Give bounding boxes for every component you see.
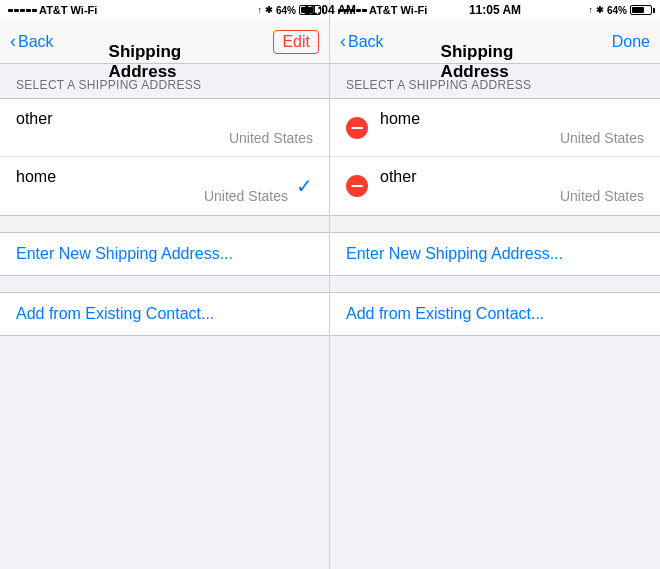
carrier-info-1: AT&T Wi-Fi	[8, 4, 97, 16]
address-content-other: other ​ United States	[16, 110, 313, 146]
back-label-1: Back	[18, 33, 54, 51]
address-country-other-2: United States	[560, 188, 644, 204]
nav-title-1: Shipping Address	[109, 42, 219, 82]
address-row-home: ​ United States	[16, 188, 288, 204]
status-bar-2: AT&T Wi-Fi 11:05 AM ↑ ✱ 64%	[330, 0, 660, 20]
done-button-2[interactable]: Done	[612, 33, 650, 51]
add-contact-link-2[interactable]: Add from Existing Contact...	[330, 292, 660, 336]
battery-fill-2	[632, 7, 644, 13]
battery-icon-2	[630, 5, 652, 15]
nav-bar-2: ‹ Back Shipping Address Done	[330, 20, 660, 64]
carrier-label-2: AT&T Wi-Fi	[369, 4, 427, 16]
address-row-home-2: ​ United States	[380, 130, 644, 146]
address-item-home[interactable]: home ​ United States ✓	[0, 157, 329, 215]
carrier-label-1: AT&T Wi-Fi	[39, 4, 97, 16]
battery-area-1: ↑ ✱ 64%	[257, 5, 321, 16]
address-row-other-2: ​ United States	[380, 188, 644, 204]
enter-new-link-2[interactable]: Enter New Shipping Address...	[330, 232, 660, 276]
bluetooth-icon-2: ✱	[596, 5, 604, 15]
address-name-other: other	[16, 110, 313, 128]
address-list-1: other ​ United States home ​ United Stat…	[0, 98, 329, 216]
time-label-2: 11:05 AM	[469, 3, 521, 17]
nav-title-2: Shipping Address	[441, 42, 555, 82]
checkmark-icon-home: ✓	[296, 174, 313, 198]
address-row-other: ​ United States	[16, 130, 313, 146]
address-country-other: United States	[229, 130, 313, 146]
status-bar-1: AT&T Wi-Fi 11:04 AM ↑ ✱ 64%	[0, 0, 329, 20]
enter-new-link-1[interactable]: Enter New Shipping Address...	[0, 232, 329, 276]
address-name-home-2: home	[380, 110, 644, 128]
nav-bar-1: ‹ Back Shipping Address Edit	[0, 20, 329, 64]
add-contact-link-1[interactable]: Add from Existing Contact...	[0, 292, 329, 336]
back-button-2[interactable]: ‹ Back	[340, 31, 384, 52]
address-name-other-2: other	[380, 168, 644, 186]
battery-fill-1	[301, 7, 313, 13]
battery-label-2: 64%	[607, 5, 627, 16]
battery-area-2: ↑ ✱ 64%	[588, 5, 652, 16]
back-button-1[interactable]: ‹ Back	[10, 31, 54, 52]
panel-1: AT&T Wi-Fi 11:04 AM ↑ ✱ 64% ‹ Back Shipp…	[0, 0, 330, 569]
address-name-home: home	[16, 168, 288, 186]
bluetooth-icon-1: ✱	[265, 5, 273, 15]
address-country-home: United States	[204, 188, 288, 204]
address-content-home: home ​ United States	[16, 168, 288, 204]
chevron-icon-2: ‹	[340, 31, 346, 52]
signal-icon-1	[8, 9, 37, 12]
address-item-other[interactable]: other ​ United States	[0, 99, 329, 157]
address-content-other-2: other ​ United States	[380, 168, 644, 204]
arrow-icon-1: ↑	[257, 5, 262, 15]
back-label-2: Back	[348, 33, 384, 51]
address-list-2: home ​ United States other ​ United Stat…	[330, 98, 660, 216]
address-content-home-2: home ​ United States	[380, 110, 644, 146]
address-item-home-2[interactable]: home ​ United States	[330, 99, 660, 157]
panel-2: AT&T Wi-Fi 11:05 AM ↑ ✱ 64% ‹ Back Shipp…	[330, 0, 660, 569]
chevron-icon-1: ‹	[10, 31, 16, 52]
address-country-home-2: United States	[560, 130, 644, 146]
battery-icon-1	[299, 5, 321, 15]
delete-home-button[interactable]	[346, 117, 368, 139]
delete-other-button[interactable]	[346, 175, 368, 197]
edit-button-1[interactable]: Edit	[273, 30, 319, 54]
arrow-icon-2: ↑	[588, 5, 593, 15]
address-item-other-2[interactable]: other ​ United States	[330, 157, 660, 215]
battery-label-1: 64%	[276, 5, 296, 16]
